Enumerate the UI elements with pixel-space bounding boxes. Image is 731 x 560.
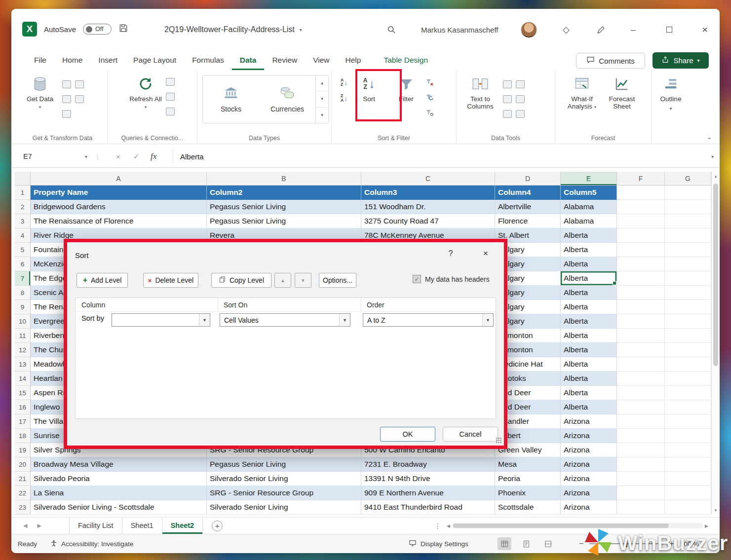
row-header-23[interactable]: 23: [15, 500, 31, 515]
cancel-button[interactable]: Cancel: [443, 427, 498, 442]
cell-D1[interactable]: Column4: [495, 186, 561, 200]
order-dropdown[interactable]: A to Z ▼: [363, 313, 494, 327]
row-header-14[interactable]: 14: [15, 372, 31, 386]
cell-F20[interactable]: [617, 457, 665, 472]
cell-E6[interactable]: Alberta: [561, 257, 617, 271]
cell-F16[interactable]: [617, 400, 665, 414]
consolidate-icon[interactable]: [516, 95, 525, 103]
row-header-7[interactable]: 7: [15, 271, 31, 286]
cell-D22[interactable]: Phoenix: [495, 486, 561, 500]
column-header-G[interactable]: G: [665, 172, 711, 186]
cell-C21[interactable]: 13391 N 94th Drive: [361, 472, 495, 486]
cell-A20[interactable]: Broadway Mesa Village: [31, 457, 207, 472]
cell-C22[interactable]: 909 E Northern Avenue: [361, 486, 495, 500]
cell-F6[interactable]: [617, 257, 665, 271]
delete-level-button[interactable]: × Delete Level: [143, 273, 198, 288]
text-to-columns-button[interactable]: Text to Columns: [462, 70, 498, 110]
cell-G18[interactable]: [665, 429, 711, 443]
cell-C2[interactable]: 151 Woodham Dr.: [361, 200, 495, 214]
cell-E13[interactable]: Alberta: [561, 357, 617, 372]
cell-E5[interactable]: Alberta: [561, 243, 617, 257]
cell-F23[interactable]: [617, 500, 665, 515]
vertical-scrollbar[interactable]: ▲ ▼: [711, 172, 720, 515]
cell-B3[interactable]: Pegasus Senior Living: [207, 214, 361, 228]
cell-A3[interactable]: The Renaissance of Florence: [31, 214, 207, 228]
cell-F14[interactable]: [617, 372, 665, 386]
sheet-tab-facility-list[interactable]: Facility List: [69, 518, 122, 534]
cell-G11[interactable]: [665, 329, 711, 343]
cell-F1[interactable]: [617, 186, 665, 200]
cell-E12[interactable]: Alberta: [561, 343, 617, 357]
flash-fill-icon[interactable]: [503, 80, 512, 88]
tab-view[interactable]: View: [305, 50, 337, 70]
row-header-19[interactable]: 19: [15, 443, 31, 457]
diamond-badge-icon[interactable]: ◇: [563, 9, 570, 50]
tab-review[interactable]: Review: [264, 50, 305, 70]
cell-G6[interactable]: [665, 257, 711, 271]
cell-B23[interactable]: Silverado Senior Living: [207, 500, 361, 515]
cell-E17[interactable]: Arizona: [561, 414, 617, 429]
cell-F3[interactable]: [617, 214, 665, 228]
move-level-up-button[interactable]: ▲: [274, 273, 291, 288]
cell-G17[interactable]: [665, 414, 711, 429]
new-sheet-button[interactable]: +: [212, 521, 223, 531]
column-header-F[interactable]: F: [617, 172, 665, 186]
cell-A22[interactable]: La Siena: [31, 486, 207, 500]
resize-grip-icon[interactable]: [496, 437, 502, 444]
cell-F4[interactable]: [617, 228, 665, 243]
currencies-button[interactable]: Currencies: [259, 75, 315, 123]
row-header-6[interactable]: 6: [15, 257, 31, 271]
column-header-A[interactable]: A: [31, 172, 207, 186]
cell-D23[interactable]: Scottsdale: [495, 500, 561, 515]
pen-input-icon[interactable]: [596, 9, 606, 50]
comments-button[interactable]: Comments: [576, 53, 645, 69]
cell-F17[interactable]: [617, 414, 665, 429]
workbook-links-icon[interactable]: [166, 108, 175, 115]
cell-E19[interactable]: Arizona: [561, 443, 617, 457]
cell-G3[interactable]: [665, 214, 711, 228]
properties-icon[interactable]: [166, 93, 175, 101]
cell-E15[interactable]: Alberta: [561, 386, 617, 400]
ok-button[interactable]: OK: [380, 427, 435, 442]
sheet-nav-right-icon[interactable]: ▶: [37, 523, 41, 529]
select-all-button[interactable]: [15, 172, 31, 186]
cell-A2[interactable]: Bridgewood Gardens: [31, 200, 207, 214]
cell-G16[interactable]: [665, 400, 711, 414]
column-header-C[interactable]: C: [361, 172, 495, 186]
document-title-wrap[interactable]: 2Q19-Welltower-Facility-Address-List ▾: [164, 9, 302, 50]
cell-G1[interactable]: [665, 186, 711, 200]
row-header-3[interactable]: 3: [15, 214, 31, 228]
cell-G19[interactable]: [665, 443, 711, 457]
dialog-close-icon[interactable]: ×: [475, 245, 497, 262]
cell-G12[interactable]: [665, 343, 711, 357]
existing-connections-icon[interactable]: [62, 110, 71, 118]
cell-F11[interactable]: [617, 329, 665, 343]
row-header-21[interactable]: 21: [15, 472, 31, 486]
advanced-filter-icon[interactable]: [425, 109, 434, 119]
gallery-more-icon[interactable]: ▼: [316, 108, 328, 123]
row-header-12[interactable]: 12: [15, 343, 31, 357]
cell-E16[interactable]: Alberta: [561, 400, 617, 414]
avatar[interactable]: [521, 9, 537, 50]
row-header-20[interactable]: 20: [15, 457, 31, 472]
cell-E4[interactable]: Alberta: [561, 228, 617, 243]
collapse-ribbon-icon[interactable]: ⌄: [707, 134, 712, 141]
row-header-8[interactable]: 8: [15, 286, 31, 300]
column-header-E[interactable]: E: [561, 172, 617, 186]
move-level-down-button[interactable]: ▼: [295, 273, 311, 288]
cell-B21[interactable]: Silverado Senior Living: [207, 472, 361, 486]
row-header-4[interactable]: 4: [15, 228, 31, 243]
add-level-button[interactable]: + Add Level: [77, 273, 128, 288]
search-icon[interactable]: [386, 9, 396, 50]
tab-formulas[interactable]: Formulas: [184, 50, 232, 70]
formula-content[interactable]: Alberta: [173, 149, 204, 164]
page-layout-view-button[interactable]: [519, 537, 533, 550]
cell-F15[interactable]: [617, 386, 665, 400]
options-button[interactable]: Options...: [319, 273, 356, 288]
cell-A23[interactable]: Silverado Senior Living - Scottsdale: [31, 500, 207, 515]
maximize-button[interactable]: [666, 9, 672, 50]
row-header-16[interactable]: 16: [15, 400, 31, 414]
remove-duplicates-icon[interactable]: [516, 80, 525, 88]
manage-data-model-icon[interactable]: [516, 110, 525, 118]
cell-F22[interactable]: [617, 486, 665, 500]
